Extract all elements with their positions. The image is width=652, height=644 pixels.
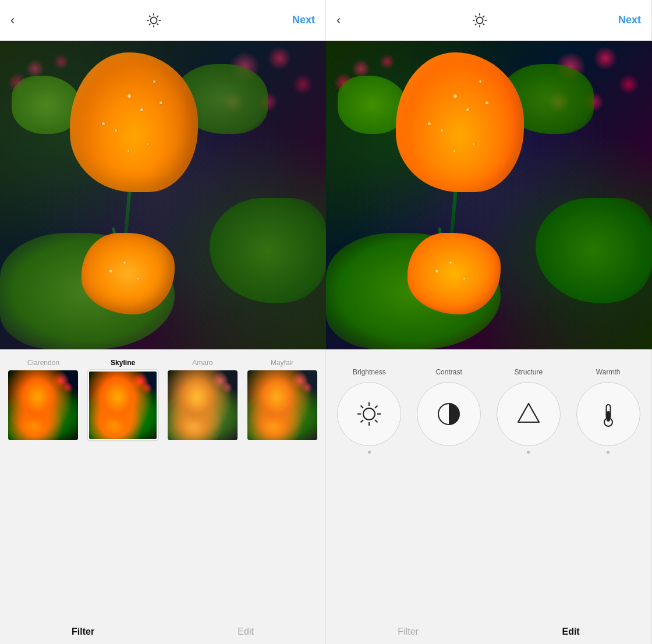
svg-line-25 [375,406,378,409]
svg-marker-28 [518,404,539,422]
left-brightness-icon [146,12,162,29]
svg-line-8 [149,23,151,25]
right-panel: ‹ Next [326,0,652,644]
filter-mayfair[interactable]: Mayfair [243,359,321,440]
svg-line-17 [475,23,477,25]
edit-structure-dot [527,451,530,454]
edit-warmth-circle[interactable] [576,382,640,446]
right-header: ‹ Next [326,0,651,41]
filter-mayfair-label: Mayfair [271,359,293,367]
edit-warmth[interactable]: Warmth [576,368,640,454]
svg-point-18 [363,408,375,420]
svg-rect-31 [607,412,610,421]
filter-amaro[interactable]: Amaro [164,359,242,440]
left-tab-bar: Filter Edit [0,617,325,644]
filter-clarendon[interactable]: Clarendon [5,359,82,440]
left-tab-filter[interactable]: Filter [72,627,94,637]
edit-structure[interactable]: Structure [497,368,561,454]
right-controls: Brightness [326,349,651,644]
svg-line-15 [483,23,484,25]
filter-amaro-label: Amaro [192,359,212,367]
right-brightness-icon [472,12,488,29]
filter-clarendon-label: Clarendon [27,359,59,367]
right-tab-edit[interactable]: Edit [562,627,579,637]
left-back-button[interactable]: ‹ [10,13,15,28]
filter-mayfair-thumb[interactable] [247,370,317,440]
right-photo [326,41,652,349]
edit-brightness-dot [368,451,371,454]
svg-point-0 [150,17,157,23]
right-tab-bar: Filter Edit [326,617,651,644]
left-header: ‹ Next [0,0,325,41]
svg-line-5 [149,15,151,17]
right-tab-filter[interactable]: Filter [398,627,419,637]
svg-line-7 [157,15,158,17]
svg-point-9 [476,17,483,23]
edit-contrast[interactable]: Contrast [417,368,481,454]
svg-line-23 [361,406,364,409]
filter-skyline[interactable]: Skyline [84,359,162,440]
filter-thumbnail-row: Clarendon Skyline Amaro Mayfair [0,359,325,440]
left-controls: Clarendon Skyline Amaro Mayfair [0,349,325,644]
filter-clarendon-thumb[interactable] [8,370,78,440]
svg-line-26 [361,420,364,423]
left-tab-edit[interactable]: Edit [238,627,254,637]
left-next-button[interactable]: Next [292,14,315,26]
filter-skyline-thumb[interactable] [88,370,158,440]
right-back-button[interactable]: ‹ [336,13,341,28]
svg-line-6 [157,23,158,25]
left-photo [0,41,326,349]
edit-warmth-dot [607,451,610,454]
right-next-button[interactable]: Next [618,14,641,26]
left-panel: ‹ Next [0,0,326,644]
edit-brightness-circle[interactable] [337,382,401,446]
svg-line-24 [375,420,378,423]
filter-skyline-label: Skyline [111,359,135,367]
edit-warmth-label: Warmth [596,368,621,376]
filter-amaro-thumb[interactable] [168,370,238,440]
edit-structure-circle[interactable] [497,382,561,446]
edit-structure-label: Structure [515,368,543,376]
svg-line-14 [475,15,477,17]
edit-controls-row: Brightness [326,359,651,458]
edit-contrast-circle[interactable] [417,382,481,446]
svg-line-16 [483,15,484,17]
edit-contrast-label: Contrast [435,368,462,376]
edit-brightness-label: Brightness [353,368,386,376]
edit-brightness[interactable]: Brightness [337,368,401,454]
